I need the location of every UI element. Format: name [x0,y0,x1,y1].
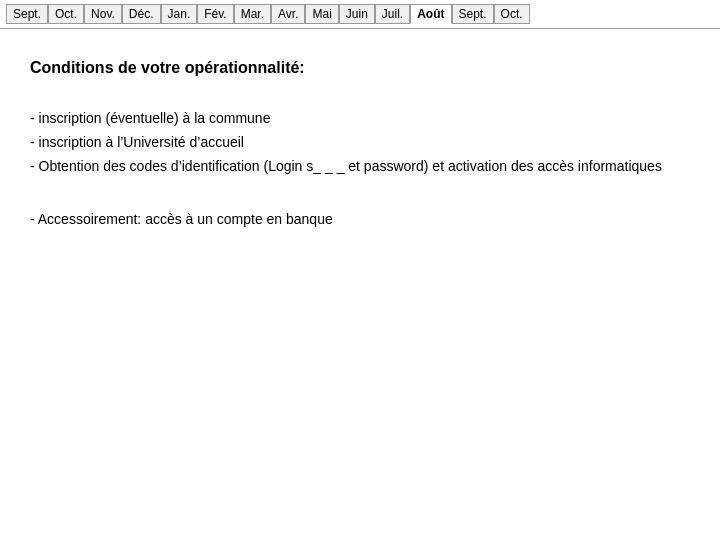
nav-item-fév-5[interactable]: Fév. [197,4,233,24]
bullet-list: - inscription (éventuelle) à la commune … [30,107,690,178]
accessory-item: - Accessoirement: accès à un compte en b… [30,208,690,232]
main-content: Conditions de votre opérationnalité: - i… [0,29,720,252]
nav-item-nov-2[interactable]: Nov. [84,4,122,24]
bullet-item-2: - inscription à l’Université d’accueil [30,131,690,155]
bullet-item-1: - inscription (éventuelle) à la commune [30,107,690,131]
nav-item-mar-6[interactable]: Mar. [234,4,271,24]
accessory-section: - Accessoirement: accès à un compte en b… [30,208,690,232]
nav-item-avr-7[interactable]: Avr. [271,4,305,24]
nav-item-mai-8[interactable]: Mai [305,4,338,24]
bullet-item-3: - Obtention des codes d’identification (… [30,155,690,179]
nav-item-jan-4[interactable]: Jan. [161,4,198,24]
nav-item-sept-0[interactable]: Sept. [6,4,48,24]
navigation-bar: Sept.Oct.Nov.Déc.Jan.Fév.Mar.Avr.MaiJuin… [0,0,720,29]
nav-item-sept-12[interactable]: Sept. [452,4,494,24]
nav-item-juin-9[interactable]: Juin [339,4,375,24]
nav-item-juil-10[interactable]: Juil. [375,4,410,24]
nav-item-déc-3[interactable]: Déc. [122,4,161,24]
nav-item-août-11[interactable]: Août [410,4,451,24]
section-title: Conditions de votre opérationnalité: [30,59,690,77]
nav-item-oct-1[interactable]: Oct. [48,4,84,24]
nav-item-oct-13[interactable]: Oct. [494,4,530,24]
